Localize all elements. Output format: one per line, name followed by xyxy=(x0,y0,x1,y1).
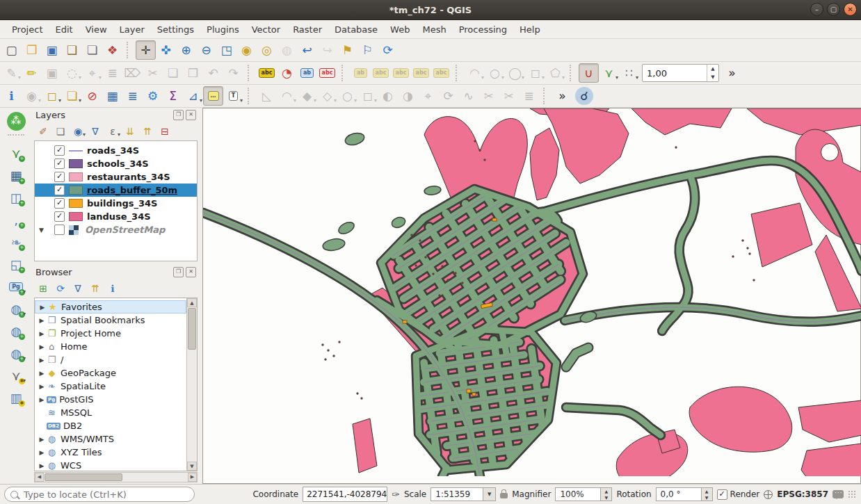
expander-icon[interactable]: ▶ xyxy=(38,436,46,443)
crs-globe-icon[interactable] xyxy=(764,490,773,499)
browser-item-postgis[interactable]: ▶PgPostGIS xyxy=(35,393,186,406)
menu-help[interactable]: Help xyxy=(513,22,547,37)
expand-all-button[interactable]: ⇊ xyxy=(122,124,138,140)
layer-checkbox[interactable] xyxy=(54,225,65,235)
toolbar3-overflow-button[interactable]: » xyxy=(552,86,572,106)
menu-layer[interactable]: Layer xyxy=(113,22,151,37)
chevron-down-icon[interactable]: ▾ xyxy=(636,74,638,81)
maximize-button[interactable]: ▢ xyxy=(827,3,840,16)
expander-icon[interactable]: ▶ xyxy=(38,330,46,337)
expander-icon[interactable]: ▶ xyxy=(38,383,46,390)
deselect-features-button[interactable]: ⊘ xyxy=(82,86,102,106)
zoom-to-layer-button[interactable]: ◎ xyxy=(257,40,277,60)
scrollbar-thumb[interactable] xyxy=(45,473,122,481)
field-calculator-button[interactable]: ≣ xyxy=(122,86,143,106)
add-delimited-text-button[interactable]: ,+ xyxy=(6,210,26,230)
map-tips-button[interactable]: … xyxy=(203,86,223,106)
render-checkbox[interactable]: ✓ xyxy=(717,489,727,500)
scroll-down-icon[interactable]: ▼ xyxy=(187,462,197,471)
expander-icon[interactable]: ▶ xyxy=(38,317,46,324)
new-shapefile-layer-button[interactable]: ⋎✱▾ xyxy=(6,366,26,386)
add-group-button[interactable]: ❏ xyxy=(52,124,69,140)
refresh-button[interactable]: ⟳ xyxy=(378,40,398,60)
refresh-browser-button[interactable]: ⟳ xyxy=(52,281,69,297)
chevron-down-icon[interactable]: ▾ xyxy=(334,97,337,104)
browser-horizontal-scrollbar[interactable]: ◀ ▶ xyxy=(34,472,198,482)
crs-status[interactable]: EPSG:3857 xyxy=(777,489,828,499)
layer-checkbox[interactable]: ✓ xyxy=(54,211,65,222)
search-plugin-button[interactable]: ☌ xyxy=(575,87,593,105)
expander-icon[interactable]: ▶ xyxy=(38,304,47,311)
messages-icon[interactable] xyxy=(832,490,844,498)
layers-float-button[interactable]: ❐ xyxy=(173,110,184,120)
scroll-right-icon[interactable]: ▶ xyxy=(188,473,197,482)
zoom-last-button[interactable]: ↩ xyxy=(297,40,317,60)
browser-float-button[interactable]: ❐ xyxy=(173,267,184,277)
map-canvas[interactable] xyxy=(202,108,861,484)
layer-labeling-button[interactable]: abc xyxy=(257,63,277,83)
chevron-down-icon[interactable]: ▾ xyxy=(23,377,26,384)
toolbar2-overflow-button[interactable]: » xyxy=(722,63,742,83)
add-spatialite-layer-button[interactable]: ❧+ xyxy=(6,232,26,252)
locator-box[interactable] xyxy=(4,487,195,502)
scrollbar-thumb[interactable] xyxy=(188,308,196,350)
browser-item-home[interactable]: ▶⌂Home xyxy=(35,340,186,353)
expander-icon[interactable]: ▶ xyxy=(38,449,46,456)
save-project-button[interactable]: ▣ xyxy=(42,40,62,60)
layer-row-buildings_34S[interactable]: ✓buildings_34S xyxy=(35,197,197,210)
minimize-button[interactable]: – xyxy=(810,3,823,16)
chevron-down-icon[interactable]: ▾ xyxy=(118,131,120,138)
data-source-manager-button[interactable]: ⁂ xyxy=(7,112,26,131)
menu-raster[interactable]: Raster xyxy=(287,22,328,37)
add-selected-layers-button[interactable]: ⊞ xyxy=(35,281,51,297)
processing-options-button[interactable]: ⚙ xyxy=(143,86,163,106)
chevron-down-icon[interactable]: ▾ xyxy=(200,97,202,104)
chevron-down-icon[interactable]: ▾ xyxy=(58,97,61,104)
resize-grip[interactable] xyxy=(848,490,857,499)
new-geopackage-layer-button[interactable]: ▥✱ xyxy=(6,388,26,408)
chevron-down-icon[interactable]: ▾ xyxy=(522,74,524,81)
manage-map-themes-button[interactable]: ◉▾ xyxy=(70,124,86,140)
menu-project[interactable]: Project xyxy=(6,22,49,37)
identify-features-button[interactable]: ℹ xyxy=(1,86,22,106)
highlight-pinned-labels-button[interactable]: abc xyxy=(317,63,337,83)
add-mesh-layer-button[interactable]: ◫+ xyxy=(6,188,26,208)
chevron-down-icon[interactable]: ▼ xyxy=(483,487,496,501)
collapse-all-button[interactable]: ⇈ xyxy=(139,124,156,140)
show-layout-manager-button[interactable]: ❏ xyxy=(82,40,102,60)
menu-vector[interactable]: Vector xyxy=(246,22,287,37)
coordinate-field[interactable]: 2271541,-4028794 xyxy=(303,487,387,502)
new-bookmark-button[interactable]: ⚑ xyxy=(337,40,357,60)
add-wcs-layer-button[interactable]: ◍+ xyxy=(6,321,26,341)
vertex-editor-button[interactable]: ∷▾ xyxy=(619,63,639,83)
lock-icon[interactable] xyxy=(500,493,508,498)
show-bookmarks-button[interactable]: ⚐ xyxy=(357,40,378,60)
pan-to-selection-button[interactable]: ✜ xyxy=(156,40,176,60)
chevron-down-icon[interactable]: ▾ xyxy=(314,97,316,104)
zoom-out-button[interactable]: ⊖ xyxy=(196,40,216,60)
expander-icon[interactable]: ▶ xyxy=(38,357,46,364)
layers-close-button[interactable]: ✕ xyxy=(186,110,196,120)
chevron-down-icon[interactable]: ▾ xyxy=(481,74,484,81)
chevron-down-icon[interactable]: ▾ xyxy=(374,97,377,104)
browser-item-wms-wmts[interactable]: ▶◍WMS/WMTS xyxy=(35,432,186,446)
browser-item-xyz-tiles[interactable]: ▶◍XYZ Tiles xyxy=(35,446,186,459)
open-project-button[interactable]: ❐ xyxy=(22,40,42,60)
spin-down-icon[interactable]: ▼ xyxy=(601,494,611,501)
menu-view[interactable]: View xyxy=(79,22,113,37)
extents-toggle-icon[interactable]: ✑ xyxy=(392,489,400,500)
add-wfs-layer-button[interactable]: ◍+▾ xyxy=(6,343,26,364)
expander-icon[interactable]: ▶ xyxy=(38,462,46,469)
browser-item-spatial-bookmarks[interactable]: ▶❒Spatial Bookmarks xyxy=(35,314,186,327)
add-wms-layer-button[interactable]: ◍+▾ xyxy=(6,299,26,319)
browser-vertical-scrollbar[interactable]: ▲ ▼ xyxy=(186,298,197,471)
collapse-browser-button[interactable]: ⇈ xyxy=(87,281,104,297)
chevron-down-icon[interactable]: ▾ xyxy=(615,74,618,81)
spin-up-icon[interactable]: ▲ xyxy=(601,488,611,494)
chevron-down-icon[interactable]: ▾ xyxy=(79,74,81,81)
scroll-up-icon[interactable]: ▲ xyxy=(187,298,197,307)
layer-checkbox[interactable]: ✓ xyxy=(54,198,65,209)
chevron-down-icon[interactable]: ▾ xyxy=(99,74,102,81)
statistical-summary-button[interactable]: Σ xyxy=(163,86,183,106)
text-annotation-button[interactable]: T▾ xyxy=(223,86,243,106)
